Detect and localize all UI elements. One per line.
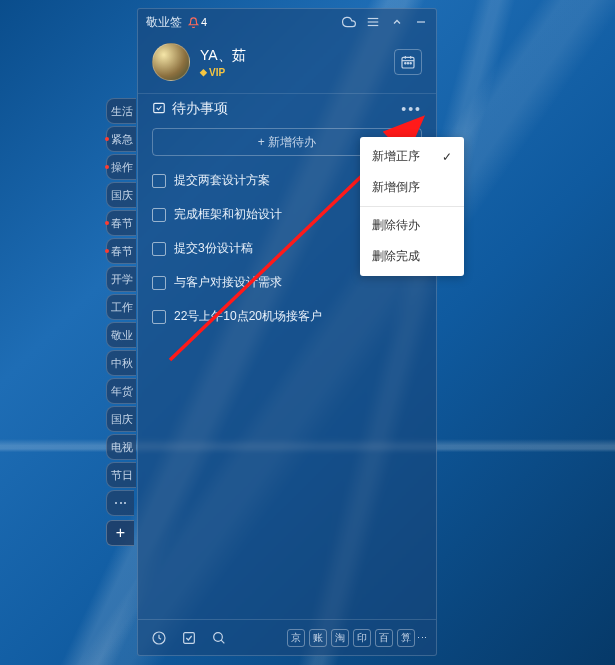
todo-checkbox[interactable] [152,208,166,222]
cloud-sync-icon[interactable] [342,15,356,29]
side-tab[interactable]: 操作 [106,154,136,180]
shortcut-button[interactable]: 百 [375,629,393,647]
side-tab[interactable]: 春节 [106,210,136,236]
side-tab[interactable]: 敬业 [106,322,136,348]
side-tab[interactable]: 年货 [106,378,136,404]
side-tab[interactable]: 国庆 [106,406,136,432]
svg-rect-13 [184,632,195,643]
side-tab[interactable]: 中秋 [106,350,136,376]
check-icon: ✓ [442,150,452,164]
todo-text: 提交两套设计方案 [174,172,270,189]
minimize-icon[interactable] [414,15,428,29]
side-tab[interactable]: 国庆 [106,182,136,208]
section-title: 待办事项 [172,100,228,118]
search-icon[interactable] [210,629,228,647]
side-more-button[interactable]: ⋮ [106,490,134,516]
svg-point-10 [410,63,411,64]
side-tab[interactable]: 紧急 [106,126,136,152]
side-tab[interactable]: 电视 [106,434,136,460]
dropdown-item-sort-desc[interactable]: 新增倒序 [360,172,464,203]
avatar[interactable] [152,43,190,81]
dropdown-item-sort-asc[interactable]: 新增正序 ✓ [360,141,464,172]
titlebar: 敬业签 4 [138,9,436,35]
side-tab[interactable]: 生活 [106,98,136,124]
side-add-button[interactable]: + [106,520,134,546]
done-list-icon[interactable] [180,629,198,647]
profile-section: YA、茹 VIP [138,35,436,93]
todo-checkbox[interactable] [152,242,166,256]
section-more-icon[interactable]: ••• [401,101,422,117]
checklist-icon [152,101,166,118]
todo-text: 与客户对接设计需求 [174,274,282,291]
todo-item[interactable]: 22号上午10点20机场接客户 [152,300,422,334]
todo-checkbox[interactable] [152,310,166,324]
dropdown-item-delete-done[interactable]: 删除完成 [360,241,464,272]
svg-rect-11 [154,103,165,112]
side-tab[interactable]: 工作 [106,294,136,320]
menu-icon[interactable] [366,15,380,29]
collapse-icon[interactable] [390,15,404,29]
svg-point-9 [407,63,408,64]
app-name: 敬业签 [146,14,182,31]
shortcut-button[interactable]: 印 [353,629,371,647]
vip-badge: VIP [200,67,246,78]
calendar-button[interactable] [394,49,422,75]
svg-point-14 [214,632,223,641]
side-tab[interactable]: 开学 [106,266,136,292]
svg-point-8 [405,63,406,64]
notification-icon[interactable]: 4 [188,16,207,28]
sort-dropdown: 新增正序 ✓ 新增倒序 删除待办 删除完成 [360,137,464,276]
shortcut-button[interactable]: 账 [309,629,327,647]
dropdown-item-delete-todo[interactable]: 删除待办 [360,210,464,241]
todo-checkbox[interactable] [152,174,166,188]
clock-icon[interactable] [150,629,168,647]
username: YA、茹 [200,47,246,65]
todo-text: 完成框架和初始设计 [174,206,282,223]
todo-section-header: 待办事项 ••• [138,93,436,124]
svg-line-15 [221,640,224,643]
bottombar-more-icon[interactable]: ⋮ [419,632,425,643]
shortcut-button[interactable]: 淘 [331,629,349,647]
todo-text: 22号上午10点20机场接客户 [174,308,322,325]
shortcut-button[interactable]: 算 [397,629,415,647]
shortcut-button[interactable]: 京 [287,629,305,647]
side-tab[interactable]: 节日 [106,462,136,488]
todo-text: 提交3份设计稿 [174,240,253,257]
side-tab[interactable]: 春节 [106,238,136,264]
notification-count: 4 [201,16,207,28]
todo-checkbox[interactable] [152,276,166,290]
dropdown-divider [360,206,464,207]
category-tabs: 生活 紧急 操作 国庆 春节 春节 开学 工作 敬业 中秋 年货 国庆 电视 节… [106,98,136,546]
bottombar: 京 账 淘 印 百 算 ⋮ [138,619,436,655]
app-window: 敬业签 4 YA、茹 VIP [137,8,437,656]
